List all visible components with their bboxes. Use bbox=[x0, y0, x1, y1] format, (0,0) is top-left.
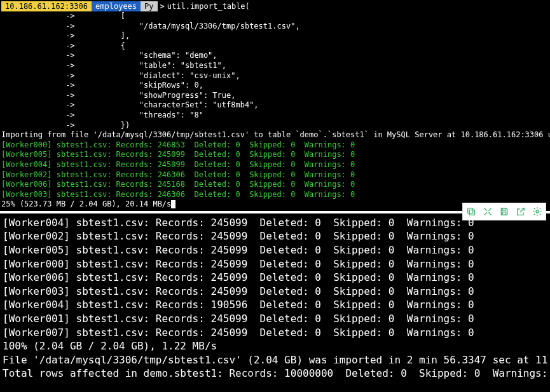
terminal-top-pane: 10.186.61.162:3306 employees Py > util.i… bbox=[0, 0, 550, 211]
expand-button[interactable] bbox=[479, 203, 496, 220]
floating-toolbar bbox=[462, 203, 546, 220]
code-line: -> "showProgress": True, bbox=[1, 91, 549, 101]
output-line: [Worker005] sbtest1.csv: Records: 245099… bbox=[1, 150, 549, 160]
code-line: -> "characterSet": "utf8mb4", bbox=[1, 100, 549, 111]
output-line: [Worker005] sbtest1.csv: Records: 245099… bbox=[3, 243, 547, 257]
output-line: [Worker007] sbtest1.csv: Records: 245099… bbox=[3, 326, 547, 340]
code-line: -> "schema": "demo", bbox=[1, 51, 549, 61]
output-line: [Worker001] sbtest1.csv: Records: 245099… bbox=[3, 312, 547, 326]
code-line: -> "dialect": "csv-unix", bbox=[1, 71, 549, 81]
svg-rect-3 bbox=[502, 212, 505, 215]
output-line: 100% (2.04 GB / 2.04 GB), 1.22 MB/s bbox=[3, 339, 547, 353]
copy-button[interactable] bbox=[463, 203, 479, 220]
expand-icon bbox=[483, 206, 493, 217]
gear-icon bbox=[532, 206, 542, 217]
code-line: -> [ bbox=[1, 11, 549, 22]
output-line: [Worker003] sbtest1.csv: Records: 245099… bbox=[3, 285, 547, 299]
code-line: -> "threads": "8" bbox=[1, 111, 549, 121]
code-line: -> "skipRows": 0, bbox=[1, 81, 549, 91]
code-line: -> { bbox=[1, 41, 549, 51]
prompt-symbol: > bbox=[158, 1, 167, 11]
output-line: [Worker006] sbtest1.csv: Records: 245168… bbox=[1, 180, 549, 190]
save-icon bbox=[499, 206, 509, 217]
code-line: -> }) bbox=[1, 121, 549, 131]
output-line: [Worker006] sbtest1.csv: Records: 245099… bbox=[3, 271, 547, 285]
output-line: [Worker002] sbtest1.csv: Records: 246306… bbox=[1, 170, 549, 180]
command-body: -> [ -> "/data/mysql/3306/tmp/sbtest1.cs… bbox=[1, 11, 549, 130]
svg-rect-0 bbox=[469, 210, 474, 215]
output-line: [Worker000] sbtest1.csv: Records: 246853… bbox=[1, 140, 549, 151]
output-top: Importing from file '/data/mysql/3306/tm… bbox=[1, 130, 549, 199]
share-button[interactable] bbox=[512, 203, 529, 220]
svg-point-4 bbox=[536, 210, 539, 213]
output-line: [Worker004] sbtest1.csv: Records: 190596… bbox=[3, 298, 547, 312]
cursor bbox=[171, 200, 175, 208]
output-line: [Worker004] sbtest1.csv: Records: 245099… bbox=[1, 160, 549, 170]
settings-button[interactable] bbox=[529, 203, 546, 220]
code-line: -> "/data/mysql/3306/tmp/sbtest1.csv", bbox=[1, 22, 549, 32]
copy-icon bbox=[466, 206, 476, 217]
output-line: Total rows affected in demo.sbtest1: Rec… bbox=[3, 367, 547, 381]
output-line: [Worker000] sbtest1.csv: Records: 245099… bbox=[3, 257, 547, 271]
output-line: Importing from file '/data/mysql/3306/tm… bbox=[1, 130, 549, 140]
output-line: [Worker002] sbtest1.csv: Records: 245099… bbox=[3, 229, 547, 243]
output-line: [Worker003] sbtest1.csv: Records: 246306… bbox=[1, 190, 549, 200]
prompt-line[interactable]: 10.186.61.162:3306 employees Py > util.i… bbox=[1, 1, 549, 11]
svg-rect-1 bbox=[468, 208, 473, 213]
output-line: File '/data/mysql/3306/tmp/sbtest1.csv' … bbox=[3, 353, 547, 367]
share-icon bbox=[516, 206, 526, 217]
terminal-bottom-pane: [Worker004] sbtest1.csv: Records: 245099… bbox=[0, 213, 550, 392]
prompt-command: util.import_table( bbox=[167, 1, 250, 11]
prompt-language: Py bbox=[141, 1, 157, 11]
save-button[interactable] bbox=[496, 203, 512, 220]
code-line: -> "table": "sbtest1", bbox=[1, 61, 549, 71]
code-line: -> ], bbox=[1, 31, 549, 41]
prompt-host: 10.186.61.162:3306 bbox=[1, 1, 92, 11]
prompt-database: employees bbox=[92, 1, 141, 11]
svg-rect-2 bbox=[502, 208, 505, 210]
